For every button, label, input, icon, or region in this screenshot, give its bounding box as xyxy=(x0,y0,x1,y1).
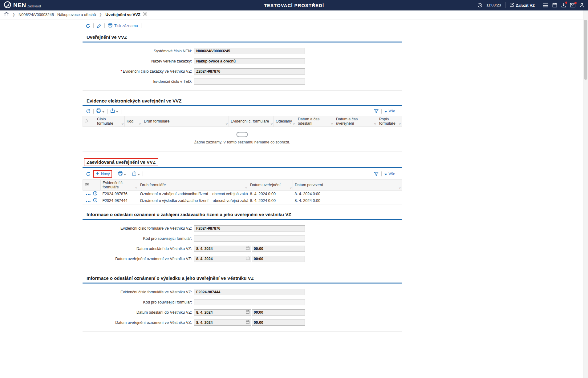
nen-home-link[interactable]: NEN Zadavatel xyxy=(4,1,41,10)
calendar-icon[interactable] xyxy=(552,3,557,8)
column-header[interactable]: Datum a čas uveřejnění▽ xyxy=(334,116,377,127)
view-filter-label: Vše xyxy=(388,172,395,176)
column-header[interactable]: Datum potvrzení▽ xyxy=(293,180,402,191)
column-label: Číslo formuláře xyxy=(97,117,113,126)
print-menu-button[interactable] xyxy=(118,171,126,177)
column-label: Kód xyxy=(127,119,133,123)
column-label: Datum a čas uveřejnění xyxy=(336,117,358,126)
row-info-icon[interactable] xyxy=(93,191,97,196)
export-menu-button[interactable] xyxy=(132,171,140,177)
filter-caret-icon[interactable]: ▽ xyxy=(293,123,295,125)
column-settings-icon[interactable] xyxy=(83,116,95,127)
field-label: Název veřejné zakázky: xyxy=(83,59,194,63)
row-menu-icon[interactable] xyxy=(86,192,91,196)
calendar-small-icon[interactable] xyxy=(246,320,249,325)
divider xyxy=(398,171,398,176)
view-filter-dropdown[interactable]: Vše xyxy=(384,109,395,114)
refresh-button[interactable] xyxy=(86,109,91,114)
column-header[interactable]: Druh formuláře▽ xyxy=(142,116,229,127)
sent-date-field[interactable]: 8. 4. 2024 xyxy=(194,246,251,252)
column-header[interactable]: Druh formuláře▽ xyxy=(138,180,248,191)
sent-date-field[interactable]: 8. 4. 2024 xyxy=(194,309,251,316)
print-menu-button[interactable] xyxy=(96,108,104,114)
filter-caret-icon[interactable]: ▽ xyxy=(374,123,376,125)
column-header[interactable]: Kód▽ xyxy=(125,116,142,127)
filter-button[interactable] xyxy=(374,109,379,114)
column-header[interactable]: Odeslaný▽ xyxy=(274,116,296,127)
published-date-field[interactable]: 8. 4. 2024 xyxy=(194,320,251,326)
menu-icon[interactable] xyxy=(543,3,548,7)
contract-name-field[interactable]: Nákup ovoce a ořechů xyxy=(194,58,305,64)
chevron-down-icon xyxy=(116,109,118,114)
close-tab-icon[interactable] xyxy=(143,12,147,18)
downloads-icon[interactable] xyxy=(561,3,566,8)
sent-time-field[interactable]: 00:00 xyxy=(252,246,305,252)
column-label: Popis formuláře xyxy=(379,117,395,126)
cell-form-type: Oznámení o výsledku zadávacího řízení – … xyxy=(138,197,248,204)
column-header[interactable]: Číslo formuláře▽ xyxy=(95,116,125,127)
filter-caret-icon[interactable]: ▽ xyxy=(399,123,401,125)
column-label: Datum potvrzení xyxy=(295,183,323,187)
column-header[interactable]: Evidenční č. formuláře▽ xyxy=(229,116,274,127)
filter-caret-icon[interactable]: ▽ xyxy=(122,123,124,125)
filter-caret-icon[interactable]: ▽ xyxy=(399,186,401,189)
column-header[interactable]: Datum uveřejnění▽ xyxy=(248,180,293,191)
form-number-field[interactable]: F2024-987876 xyxy=(194,225,305,231)
divider xyxy=(505,2,505,8)
required-marker: * xyxy=(121,69,122,74)
calendar-small-icon[interactable] xyxy=(246,246,249,251)
column-header[interactable]: Datum a čas odeslání▽ xyxy=(296,116,334,127)
published-date-field[interactable]: 8. 4. 2024 xyxy=(194,256,251,262)
cell-published-date: 8. 4. 2024 0:00 xyxy=(248,197,293,204)
filter-caret-icon[interactable]: ▽ xyxy=(135,186,137,189)
vvz-number-field[interactable]: Z2024-987876 xyxy=(194,68,305,74)
row-menu-icon[interactable] xyxy=(86,199,91,203)
export-menu-button[interactable] xyxy=(110,108,118,114)
table-row[interactable]: F2024-987876 Oznámení o zahájení zadávac… xyxy=(83,191,402,197)
system-number-field[interactable]: N006/24/V00003245 xyxy=(194,48,305,54)
row-info-icon[interactable] xyxy=(93,198,97,203)
view-filter-label: Vše xyxy=(388,109,395,113)
filter-caret-icon[interactable]: ▽ xyxy=(245,186,247,189)
calendar-small-icon[interactable] xyxy=(246,256,249,261)
view-filter-dropdown[interactable]: Vše xyxy=(384,172,395,176)
table-row[interactable]: F2024-987444 Oznámení o výsledku zadávac… xyxy=(83,197,402,204)
vertical-scrollbar[interactable] xyxy=(583,10,588,378)
column-settings-icon[interactable] xyxy=(83,180,101,191)
calendar-small-icon[interactable] xyxy=(246,310,249,315)
filter-caret-icon[interactable]: ▽ xyxy=(331,123,333,125)
published-time-field[interactable]: 00:00 xyxy=(252,320,305,326)
form-number-field[interactable]: F2024-987444 xyxy=(194,289,305,295)
filter-caret-icon[interactable]: ▽ xyxy=(271,123,273,125)
breadcrumb-item-active[interactable]: Uveřejnění ve VVZ xyxy=(105,12,147,18)
column-header[interactable]: Evidenční č. formuláře▽ xyxy=(101,180,138,191)
refresh-button[interactable] xyxy=(86,172,91,176)
filter-button[interactable] xyxy=(374,172,379,176)
form-row: Evidenční číslo formuláře ve Věstníku VZ… xyxy=(83,287,402,297)
cell-form-number: F2024-987876 xyxy=(101,191,138,197)
ted-number-field[interactable] xyxy=(194,78,305,85)
sent-time-field[interactable]: 00:00 xyxy=(252,309,305,316)
chevron-right-icon: ❯ xyxy=(99,13,102,17)
user-icon[interactable] xyxy=(579,3,584,8)
filter-caret-icon[interactable]: ▽ xyxy=(290,186,292,189)
column-header[interactable]: Popis formuláře▽ xyxy=(377,116,402,127)
messages-icon[interactable] xyxy=(570,3,575,7)
refresh-button[interactable] xyxy=(86,24,90,28)
top-header-bar: NEN Zadavatel TESTOVACÍ PROSTŘEDÍ 11:08:… xyxy=(0,0,588,10)
filter-caret-icon[interactable]: ▽ xyxy=(139,123,141,125)
edit-button[interactable] xyxy=(97,24,101,28)
divider xyxy=(381,171,382,176)
home-icon[interactable] xyxy=(4,12,9,18)
scrollbar-thumb[interactable] xyxy=(584,20,587,80)
new-button[interactable]: Nový xyxy=(93,170,112,178)
related-code-field[interactable] xyxy=(194,299,305,305)
print-record-button[interactable]: Tisk záznamu xyxy=(108,23,138,29)
published-time-field[interactable]: 00:00 xyxy=(252,256,305,262)
breadcrumb-item-contract[interactable]: N006/24/V00003245 - Nákup ovoce a ořechů xyxy=(18,13,96,17)
filter-caret-icon[interactable]: ▽ xyxy=(226,123,228,125)
date-value: 8. 4. 2024 xyxy=(196,247,213,251)
related-code-field[interactable] xyxy=(194,235,305,242)
create-vz-button[interactable]: Založit VZ xyxy=(509,2,535,8)
section-evidence-title: Evidence elektronických uveřejnění ve VV… xyxy=(83,96,402,106)
